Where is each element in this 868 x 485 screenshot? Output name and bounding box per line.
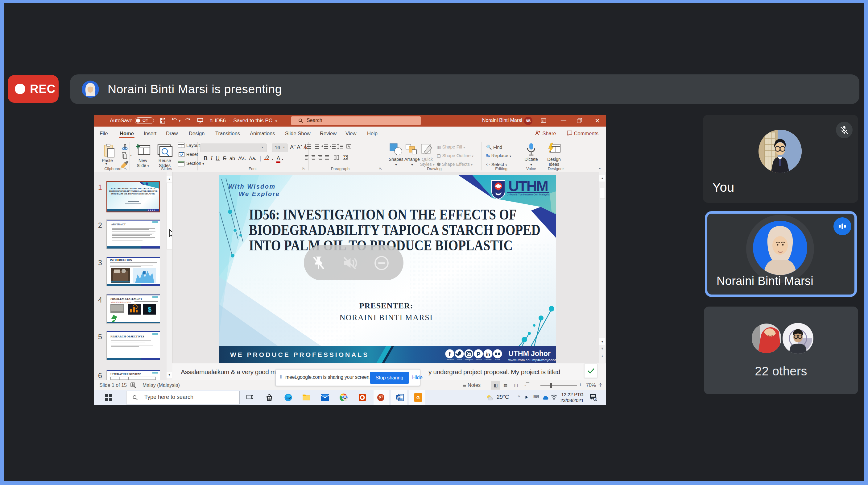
svg-text:f: f: [449, 351, 451, 357]
svg-text:$: $: [148, 306, 151, 313]
svg-text:P: P: [476, 351, 480, 358]
svg-text:LITERATURE REVIEW: LITERATURE REVIEW: [111, 373, 141, 376]
svg-text:INTRODUCTION: INTRODUCTION: [110, 258, 132, 261]
svg-text:Instagram: Instagram: [465, 359, 473, 361]
svg-text:#uthmjohor: #uthmjohor: [537, 358, 556, 362]
svg-text:Flickr: Flickr: [495, 359, 500, 361]
svg-text:in: in: [486, 352, 490, 357]
svg-text:P: P: [379, 396, 381, 399]
svg-text:BIODEGRADABILITY TAPIOCA STARC: BIODEGRADABILITY TAPIOCA STARCH DOPED: [109, 190, 158, 192]
svg-text:3: 3: [305, 148, 306, 150]
svg-text:www.uthm.edu.my: www.uthm.edu.my: [508, 358, 537, 362]
svg-text:LinkedIn: LinkedIn: [485, 359, 492, 361]
svg-text:G: G: [416, 395, 420, 400]
svg-text:UTHM: UTHM: [508, 178, 548, 194]
svg-text:INTO PALM OIL TO PRODUCE BIOPL: INTO PALM OIL TO PRODUCE BIOPLASTIC: [111, 193, 155, 195]
svg-text:Facebook: Facebook: [446, 359, 454, 361]
svg-text:UTHM Johor: UTHM Johor: [508, 349, 551, 358]
svg-text:WE PRODUCE PROFESSIONALS: WE PRODUCE PROFESSIONALS: [230, 351, 369, 358]
svg-text:RESEARCH OBJECTIVES: RESEARCH OBJECTIVES: [111, 335, 144, 338]
svg-text:Universiti Tun Hussein Onn Mal: Universiti Tun Hussein Onn Malaysia: [507, 193, 550, 196]
svg-text:PROBLEM STATEMENT: PROBLEM STATEMENT: [111, 297, 142, 301]
svg-text:ID56: INVESTIGATION ON THE EFF: ID56: INVESTIGATION ON THE EFFECTS OF: [111, 187, 156, 189]
svg-text:Twitter: Twitter: [457, 359, 462, 361]
svg-text:➤PLASTIC POLLUTION: ➤PLASTIC POLLUTION: [111, 301, 131, 303]
svg-text:ABSTRACT: ABSTRACT: [111, 223, 126, 226]
svg-text:Pinterest: Pinterest: [475, 359, 482, 361]
svg-text:W: W: [397, 396, 400, 399]
svg-text:1: 1: [594, 398, 596, 401]
